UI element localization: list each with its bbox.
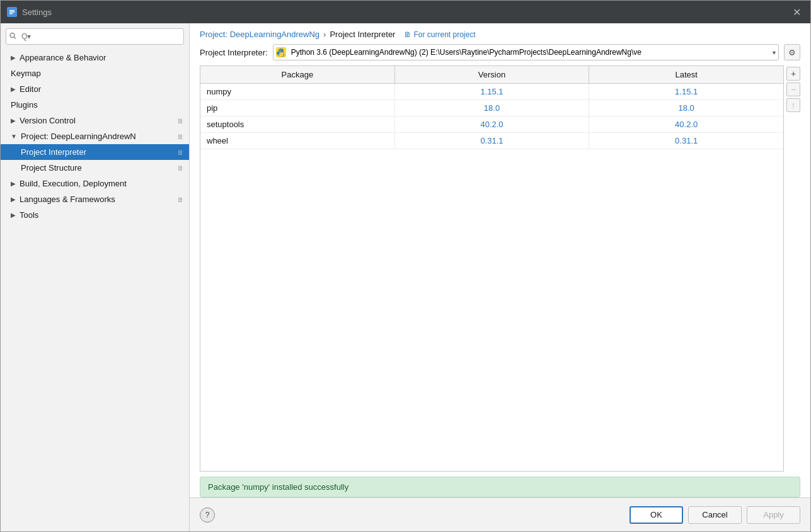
upgrade-package-button[interactable]: ↑ [786, 98, 800, 112]
interpreter-value[interactable]: Python 3.6 (DeepLearningAndrewNg) (2) E:… [289, 48, 770, 57]
nav-list: ▶Appearance & BehaviorKeymap▶EditorPlugi… [1, 50, 189, 223]
nav-arrow-tools: ▶ [11, 212, 16, 218]
help-button[interactable]: ? [200, 507, 215, 523]
interpreter-select-wrap: Python 3.6 (DeepLearningAndrewNg) (2) E:… [273, 44, 779, 60]
app-icon [7, 7, 17, 17]
nav-arrow-version-control: ▶ [11, 117, 16, 124]
title-bar-left: Settings [7, 7, 52, 17]
interpreter-dropdown-icon[interactable]: ▾ [770, 49, 778, 56]
breadcrumb: Project: DeepLearningAndrewNg › Project … [190, 23, 810, 44]
col-latest: Latest [589, 66, 783, 83]
sidebar-label-project: Project: DeepLearningAndrewN [21, 132, 136, 141]
settings-window: Settings ✕ ▶Appearance & BehaviorKeymap▶… [0, 0, 811, 532]
success-message: Package 'numpy' installed successfully [200, 477, 800, 497]
cell-latest: 18.0 [589, 100, 783, 116]
cell-package: numpy [200, 84, 395, 99]
table-row[interactable]: pip 18.0 18.0 [200, 100, 783, 116]
bottom-bar: ? OK Cancel Apply [190, 497, 810, 531]
window-title: Settings [22, 8, 52, 17]
search-box [6, 28, 184, 45]
table-row[interactable]: wheel 0.31.1 0.31.1 [200, 133, 783, 149]
copy-icon-languages: 🗎 [177, 196, 184, 203]
copy-icon: 🗎 [404, 30, 411, 39]
breadcrumb-separator: › [323, 30, 326, 39]
nav-arrow-build: ▶ [11, 180, 16, 187]
svg-rect-3 [9, 13, 13, 14]
cell-latest: 40.2.0 [589, 116, 783, 132]
nav-arrow-languages: ▶ [11, 196, 16, 203]
svg-line-5 [14, 37, 16, 39]
copy-icon-project-structure: 🗎 [177, 164, 184, 172]
sidebar-item-project-structure[interactable]: Project Structure🗎 [1, 160, 189, 176]
copy-icon-version-control: 🗎 [177, 117, 184, 125]
table-row[interactable]: numpy 1.15.1 1.15.1 [200, 84, 783, 100]
sidebar-item-project-interpreter[interactable]: Project Interpreter🗎 [1, 144, 189, 160]
sidebar-label-editor: Editor [20, 84, 41, 94]
table-row[interactable]: setuptools 40.2.0 40.2.0 [200, 116, 783, 133]
sidebar-item-plugins[interactable]: Plugins [1, 97, 189, 113]
sidebar-label-appearance: Appearance & Behavior [20, 53, 106, 62]
search-icon [9, 33, 16, 41]
svg-point-4 [10, 33, 14, 38]
sidebar-label-project-interpreter: Project Interpreter [21, 147, 86, 157]
svg-rect-2 [9, 12, 14, 13]
cell-version: 1.15.1 [395, 84, 590, 99]
sidebar-item-project[interactable]: ▼Project: DeepLearningAndrewN🗎 [1, 128, 189, 144]
interpreter-settings-button[interactable]: ⚙ [784, 44, 800, 60]
for-project-link[interactable]: 🗎 For current project [404, 30, 475, 39]
sidebar-label-languages: Languages & Frameworks [20, 195, 115, 204]
right-panel: Project: DeepLearningAndrewNg › Project … [190, 23, 810, 531]
copy-icon-project: 🗎 [177, 133, 184, 140]
title-bar: Settings ✕ [1, 1, 810, 23]
sidebar-label-build: Build, Execution, Deployment [20, 179, 127, 188]
main-content: ▶Appearance & BehaviorKeymap▶EditorPlugi… [1, 23, 810, 531]
sidebar-label-project-structure: Project Structure [21, 163, 82, 173]
nav-arrow-editor: ▶ [11, 86, 16, 93]
interpreter-row: Project Interpreter: Python 3.6 (DeepLea… [190, 44, 810, 65]
sidebar-item-build[interactable]: ▶Build, Execution, Deployment [1, 176, 189, 191]
table-wrapper: Package Version Latest numpy 1.15.1 1.15… [200, 65, 800, 472]
nav-arrow-appearance: ▶ [11, 54, 16, 61]
close-button[interactable]: ✕ [789, 4, 804, 20]
svg-rect-1 [9, 10, 14, 11]
apply-button[interactable]: Apply [747, 506, 800, 524]
cell-latest: 0.31.1 [589, 133, 783, 149]
add-package-button[interactable]: + [786, 67, 800, 81]
python-icon [273, 47, 289, 57]
remove-package-button[interactable]: − [786, 82, 800, 96]
cell-package: wheel [200, 133, 395, 149]
cell-latest: 1.15.1 [589, 84, 783, 99]
packages-table: Package Version Latest numpy 1.15.1 1.15… [200, 65, 784, 472]
table-body: numpy 1.15.1 1.15.1 pip 18.0 18.0 setupt… [200, 84, 783, 471]
side-actions: + − ↑ [784, 65, 800, 472]
cell-version: 0.31.1 [395, 133, 590, 149]
nav-arrow-project: ▼ [11, 133, 17, 140]
sidebar-item-editor[interactable]: ▶Editor [1, 81, 189, 97]
sidebar-label-plugins: Plugins [11, 100, 38, 110]
sidebar: ▶Appearance & BehaviorKeymap▶EditorPlugi… [1, 23, 190, 531]
cancel-button[interactable]: Cancel [688, 506, 742, 524]
interpreter-label: Project Interpreter: [200, 48, 268, 57]
cell-version: 18.0 [395, 100, 590, 116]
sidebar-item-keymap[interactable]: Keymap [1, 65, 189, 81]
table-header: Package Version Latest [200, 66, 783, 84]
cell-package: setuptools [200, 116, 395, 132]
sidebar-item-tools[interactable]: ▶Tools [1, 207, 189, 223]
col-package: Package [200, 66, 395, 83]
sidebar-label-version-control: Version Control [20, 116, 76, 125]
breadcrumb-current: Project Interpreter [330, 30, 395, 39]
cell-version: 40.2.0 [395, 116, 590, 132]
ok-button[interactable]: OK [630, 506, 683, 524]
col-version: Version [395, 66, 590, 83]
copy-icon-project-interpreter: 🗎 [177, 149, 184, 156]
breadcrumb-project-link[interactable]: Project: DeepLearningAndrewNg [200, 30, 319, 39]
cell-package: pip [200, 100, 395, 116]
sidebar-item-version-control[interactable]: ▶Version Control🗎 [1, 113, 189, 128]
sidebar-item-languages[interactable]: ▶Languages & Frameworks🗎 [1, 191, 189, 207]
search-input[interactable] [6, 28, 184, 45]
sidebar-item-appearance[interactable]: ▶Appearance & Behavior [1, 50, 189, 65]
sidebar-label-keymap: Keymap [11, 69, 41, 78]
sidebar-label-tools: Tools [20, 210, 38, 220]
